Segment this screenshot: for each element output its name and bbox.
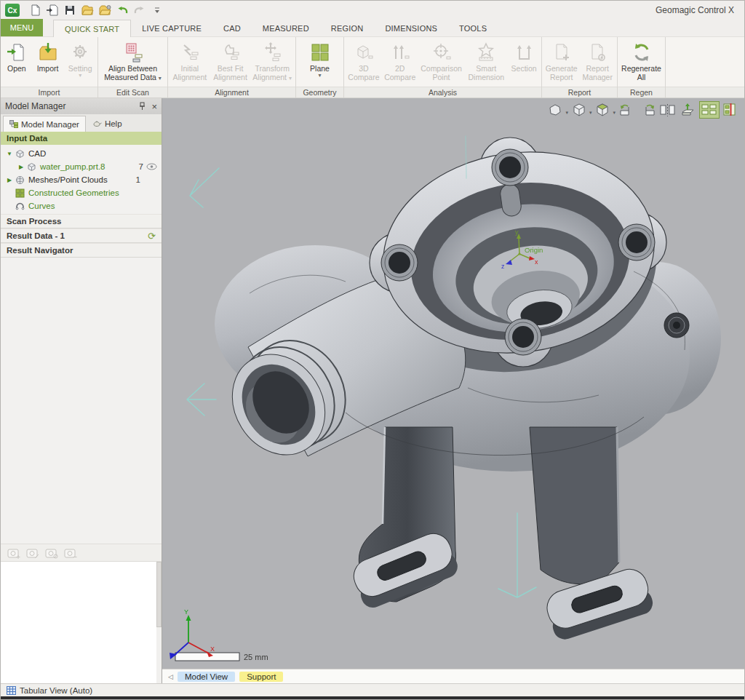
normal-view-icon[interactable] xyxy=(679,101,698,119)
polygon-display-icon[interactable] xyxy=(546,101,564,119)
tab-support[interactable]: Support xyxy=(239,672,283,682)
ribbon-group-label-edit-scan: Edit Scan xyxy=(98,87,167,98)
tabular-view-icon[interactable] xyxy=(7,686,16,695)
undo-icon[interactable] xyxy=(114,3,130,17)
import-file-icon[interactable] xyxy=(44,3,60,17)
tab-dimensions[interactable]: DIMENSIONS xyxy=(374,20,448,36)
section-result-navigator[interactable]: Result Navigator xyxy=(1,243,162,258)
cad-model-water-pump[interactable] xyxy=(214,135,721,642)
transform-alignment-icon xyxy=(262,41,282,64)
best-fit-alignment-icon xyxy=(220,41,241,64)
tree-item-constructed-geometries[interactable]: Constructed Geometries xyxy=(1,186,162,199)
tab-region[interactable]: REGION xyxy=(320,20,375,36)
generate-report-icon xyxy=(551,41,572,64)
panel-scrollbar[interactable] xyxy=(156,562,162,683)
tab-cad[interactable]: CAD xyxy=(212,20,252,36)
setting-button: Setting ▾ xyxy=(64,39,96,86)
toolbar-options-icon[interactable] xyxy=(149,3,165,17)
cad-cube-icon xyxy=(14,149,25,159)
multi-viewport-icon[interactable] xyxy=(699,101,720,119)
2d-compare-label: 2D Compare xyxy=(384,64,415,81)
section-result-data[interactable]: Result Data - 1 ⟳ xyxy=(1,228,162,243)
mesh-sphere-icon xyxy=(14,175,25,185)
new-document-icon[interactable] xyxy=(27,3,43,17)
open-icon xyxy=(7,41,27,64)
tab-live-capture[interactable]: LIVE CAPTURE xyxy=(131,20,212,36)
regenerate-all-label: Regenerate All xyxy=(621,64,661,81)
section-scan-process[interactable]: Scan Process xyxy=(1,214,162,228)
align-between-measured-data-icon xyxy=(122,41,144,64)
panel-sections: Scan Process Result Data - 1 ⟳ Result Na… xyxy=(1,214,162,258)
tree-item-curves[interactable]: Curves xyxy=(1,199,162,212)
section-result-data-label: Result Data - 1 xyxy=(7,231,65,240)
tree-item-meshes[interactable]: ▶ Meshes/Point Clouds 1 xyxy=(1,173,162,186)
tree-item-water-pump[interactable]: ▶ water_pump.prt.8 7 xyxy=(1,160,162,173)
save-icon[interactable] xyxy=(62,3,78,17)
comparison-point-button: Comparison Point xyxy=(418,39,465,86)
setting-gear-icon xyxy=(70,41,90,64)
section-icon xyxy=(514,41,534,64)
ribbon-group-regen: Regenerate All Regen xyxy=(618,37,666,98)
import-button[interactable]: Import xyxy=(31,39,65,86)
snapshot-delete-icon xyxy=(64,547,78,559)
viewport-canvas[interactable]: Origin y x z Y xyxy=(162,98,744,669)
dropdown-caret-icon[interactable]: ▾ xyxy=(589,110,592,116)
ribbon-group-analysis: 3D Compare 2D Compare Comparison Point xyxy=(344,37,542,98)
3d-compare-icon xyxy=(354,41,374,64)
status-bar: Tabular View (Auto) xyxy=(1,683,744,696)
input-data-header[interactable]: Input Data xyxy=(1,132,162,145)
dropdown-caret-icon[interactable]: ▾ xyxy=(613,110,615,116)
tab-model-view[interactable]: Model View xyxy=(178,672,235,682)
tree-item-water-pump-count: 7 xyxy=(139,162,146,171)
mirror-view-icon[interactable] xyxy=(658,101,677,119)
isometric-view-icon[interactable] xyxy=(594,101,611,119)
quick-access-toolbar: Cx Geomagic Control X xyxy=(1,1,744,20)
rotate-left-icon[interactable] xyxy=(618,101,637,119)
plane-button[interactable]: Plane ▾ xyxy=(300,39,340,86)
origin-label: Origin xyxy=(525,246,543,254)
refresh-icon[interactable]: ⟳ xyxy=(148,231,156,242)
generate-report-label: Generate Report xyxy=(546,64,578,81)
snapshot-toolbar xyxy=(1,544,162,561)
import-icon xyxy=(38,41,58,64)
regenerate-all-button[interactable]: Regenerate All xyxy=(619,39,664,86)
tab-measured[interactable]: MEASURED xyxy=(252,20,320,36)
align-between-measured-data-button[interactable]: Align Between Measured Data ▾ xyxy=(100,39,166,86)
tab-scroll-left-icon[interactable]: ◁ xyxy=(168,673,173,680)
expander-closed-icon[interactable]: ▶ xyxy=(5,177,14,183)
3d-compare-button: 3D Compare xyxy=(346,39,382,86)
initial-alignment-label: Initial Alignment xyxy=(172,64,207,81)
expander-closed-icon[interactable]: ▶ xyxy=(17,164,25,170)
2d-compare-button: 2D Compare xyxy=(382,39,418,86)
ribbon-group-geometry: Plane ▾ Geometry xyxy=(296,37,344,98)
tree-item-cad[interactable]: ▼ CAD xyxy=(1,147,162,160)
open-button[interactable]: Open xyxy=(2,39,31,86)
3d-scene: Origin y x z Y xyxy=(162,98,744,669)
split-view-icon[interactable] xyxy=(721,101,738,119)
rotate-right-icon[interactable] xyxy=(638,101,657,119)
viewport-toolbar: ▾ ▾ ▾ xyxy=(546,101,738,119)
transform-alignment-label: Transform Alignment xyxy=(252,64,290,81)
transform-alignment-button: Transform Alignment ▾ xyxy=(250,39,294,86)
pin-icon[interactable] xyxy=(139,102,146,111)
tab-help-label: Help xyxy=(105,119,122,128)
ribbon-group-report: Generate Report Report Manager Report xyxy=(542,37,618,98)
close-icon[interactable]: × xyxy=(151,102,157,111)
ribbon-group-label-analysis: Analysis xyxy=(344,87,541,98)
open-recent-folder-icon[interactable] xyxy=(97,3,113,17)
ribbon-group-import: Open Import Setting ▾ Import xyxy=(1,37,98,98)
model-manager-titlebar[interactable]: Model Manager × xyxy=(1,98,162,114)
tab-quick-start[interactable]: QUICK START xyxy=(53,20,131,37)
expander-open-icon[interactable]: ▼ xyxy=(5,151,14,157)
redo-icon xyxy=(132,3,148,17)
constructed-geometries-icon xyxy=(14,188,25,198)
open-folder-icon[interactable] xyxy=(79,3,95,17)
tab-model-manager[interactable]: Model Manager xyxy=(3,116,86,132)
tab-help[interactable]: Help xyxy=(86,116,128,132)
tab-tools[interactable]: TOOLS xyxy=(448,20,498,36)
cube-view-icon[interactable] xyxy=(570,101,588,119)
tab-menu[interactable]: MENU xyxy=(1,19,43,36)
dropdown-caret-icon[interactable]: ▾ xyxy=(565,110,568,116)
status-bar-label[interactable]: Tabular View (Auto) xyxy=(20,686,92,695)
eye-icon[interactable] xyxy=(146,163,157,170)
